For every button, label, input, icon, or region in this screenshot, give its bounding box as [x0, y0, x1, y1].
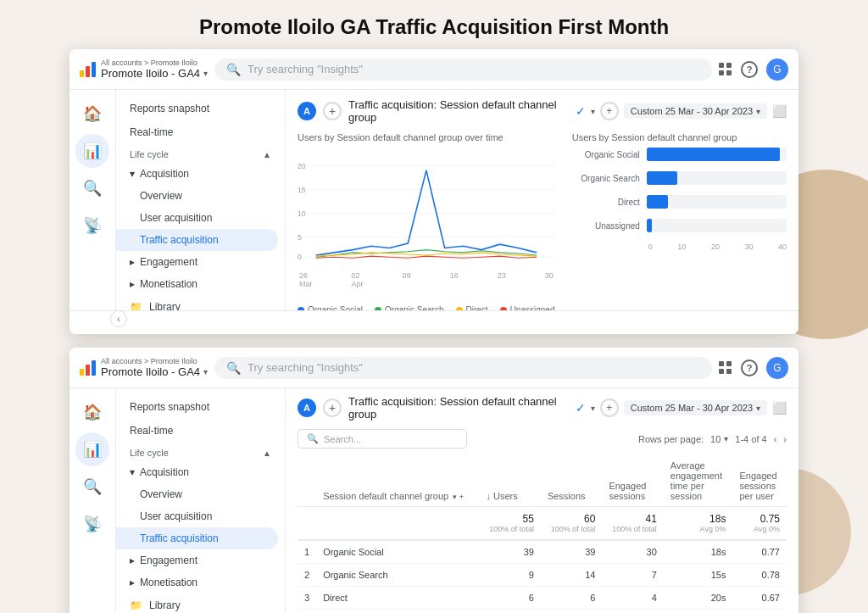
export-icon-bottom[interactable]: ⬜	[772, 401, 787, 415]
title-dropdown-icon[interactable]: ▾	[591, 107, 595, 116]
sidebar-explore-icon[interactable]: 🔍	[75, 171, 109, 205]
row-2-per-user: 0.78	[732, 564, 787, 587]
search-placeholder-bottom: Try searching "Insights"	[248, 361, 363, 374]
col-users[interactable]: ↓ Users	[479, 455, 540, 507]
search-bar-bottom[interactable]: 🔍 Try searching "Insights"	[214, 357, 712, 379]
search-bar-top[interactable]: 🔍 Try searching "Insights"	[214, 59, 712, 81]
nav-library-top[interactable]: 📁 Library	[116, 295, 285, 310]
svg-text:10: 10	[298, 209, 306, 218]
search-icon-bottom: 🔍	[226, 361, 241, 375]
nav-real-time-bottom[interactable]: Real-time	[116, 419, 285, 443]
property-dropdown-icon-bottom[interactable]: ▾	[203, 367, 208, 376]
nav-traffic-acquisition-bottom[interactable]: Traffic acquisition	[116, 527, 278, 549]
help-icon-bottom[interactable]: ?	[741, 359, 758, 376]
nav-overview-bottom[interactable]: Overview	[116, 483, 285, 505]
col-engaged-sessions[interactable]: Engagedsessions	[602, 455, 663, 507]
row-1-num: 1	[298, 540, 316, 564]
nav-acquisition-top[interactable]: ▾ Acquisition	[116, 163, 285, 185]
nav-lifecycle-top[interactable]: Life cycle ▲	[116, 144, 285, 163]
table-search-input[interactable]: 🔍 Search...	[298, 429, 467, 449]
collapse-btn-top[interactable]: ‹	[110, 310, 127, 327]
date-range-bottom[interactable]: Custom 25 Mar - 30 Apr 2023 ▾	[624, 400, 767, 415]
nav-real-time-top[interactable]: Real-time	[116, 120, 285, 144]
x-axis-labels: 26Mar 02Apr 09 16 23 30	[298, 271, 555, 288]
table-row: 2 Organic Search 9 14 7 15s 0.78	[298, 564, 787, 587]
report-plus-bottom[interactable]: +	[323, 398, 342, 417]
monetisation-arrow-b: ▸	[130, 577, 135, 588]
row-1-avg: 18s	[664, 540, 733, 564]
report-add-icon-top[interactable]: +	[600, 102, 619, 120]
row-4-channel: Unassigned	[316, 610, 479, 614]
nav-traffic-acquisition-top[interactable]: Traffic acquisition	[116, 229, 278, 251]
report-add-icon-bottom[interactable]: +	[600, 398, 619, 417]
row-4-per-user: 0.00	[732, 610, 787, 614]
report-title-bottom: Traffic acquisition: Session default cha…	[348, 395, 569, 421]
bar-label-3: Unassigned	[572, 221, 640, 231]
analytics-logo-icon	[80, 62, 96, 77]
nav-monetisation-top[interactable]: ▸ Monetisation	[116, 273, 285, 295]
col-engaged-per-user[interactable]: Engagedsessionsper user	[732, 455, 787, 507]
total-channel	[316, 507, 479, 541]
nav-engagement-bottom[interactable]: ▸ Engagement	[116, 549, 285, 571]
report-header-top: A + Traffic acquisition: Session default…	[298, 98, 787, 124]
apps-icon-top[interactable]	[719, 63, 732, 76]
nav-overview-top[interactable]: Overview	[116, 185, 285, 207]
bar-track-2	[647, 195, 787, 209]
sidebar-advertising-icon-b[interactable]: 📡	[75, 507, 109, 541]
bar-fill-2	[647, 195, 668, 209]
property-dropdown-icon[interactable]: ▾	[203, 69, 208, 78]
nav-user-acquisition-bottom[interactable]: User acquisition	[116, 505, 285, 527]
property-name-top[interactable]: Promote Iloilo - GA4 ▾	[101, 67, 208, 80]
row-3-users: 6	[479, 587, 540, 610]
apps-icon-bottom[interactable]	[719, 361, 732, 375]
row-1-sessions: 39	[541, 540, 602, 564]
col-channel-sort[interactable]: ▾ +	[453, 493, 464, 501]
search-icon-top: 🔍	[226, 63, 241, 76]
logo-text-block-bottom: All accounts > Promote Iloilo Promote Il…	[101, 357, 208, 378]
logo-bottom: All accounts > Promote Iloilo Promote Il…	[80, 357, 208, 378]
analytics-logo-icon-bottom	[80, 360, 96, 376]
nav-engagement-top[interactable]: ▸ Engagement	[116, 251, 285, 273]
nav-panel-top: Reports snapshot Real-time Life cycle ▲ …	[116, 90, 286, 310]
row-4-sessions: 1	[541, 610, 602, 614]
nav-monetisation-bottom[interactable]: ▸ Monetisation	[116, 571, 285, 593]
sidebar-home-icon[interactable]: 🏠	[75, 97, 109, 131]
row-3-num: 3	[298, 587, 316, 610]
search-placeholder-top: Try searching "Insights"	[248, 63, 363, 75]
sidebar-explore-icon-b[interactable]: 🔍	[75, 470, 109, 504]
col-channel[interactable]: Session default channel group ▾ +	[316, 455, 479, 507]
breadcrumb-bottom: All accounts > Promote Iloilo	[101, 357, 208, 365]
pagination-next[interactable]: ›	[783, 434, 787, 444]
rows-dropdown-icon[interactable]: ▾	[724, 434, 728, 443]
sidebar-home-icon-b[interactable]: 🏠	[75, 395, 109, 429]
pagination-range: 1-4 of 4	[735, 434, 766, 444]
nav-user-acquisition-top[interactable]: User acquisition	[116, 207, 285, 229]
nav-reports-snapshot-bottom[interactable]: Reports snapshot	[116, 395, 285, 419]
panel-bottom: All accounts > Promote Iloilo Promote Il…	[70, 348, 798, 613]
col-avg-engagement[interactable]: Averageengagementtime persession	[664, 455, 733, 507]
avatar-bottom[interactable]: G	[766, 357, 788, 379]
pagination-prev[interactable]: ‹	[774, 434, 777, 444]
nav-library-bottom[interactable]: 📁 Library	[116, 593, 285, 613]
report-plus-top[interactable]: +	[323, 102, 342, 120]
engagement-arrow: ▸	[130, 256, 135, 268]
bar-row-3: Unassigned	[572, 219, 787, 232]
bar-label-1: Organic Search	[572, 174, 640, 183]
avatar-top[interactable]: G	[766, 59, 788, 81]
col-sessions[interactable]: Sessions	[541, 455, 602, 507]
nav-reports-snapshot-top[interactable]: Reports snapshot	[116, 97, 285, 120]
export-icon-top[interactable]: ⬜	[772, 104, 787, 118]
rows-per-page-select[interactable]: 10 ▾	[710, 434, 728, 444]
panel-top: All accounts > Promote Iloilo Promote Il…	[70, 49, 798, 334]
nav-acquisition-bottom[interactable]: ▾ Acquisition	[116, 461, 285, 483]
sidebar-reports-icon-b[interactable]: 📊	[75, 432, 109, 466]
sidebar-reports-icon[interactable]: 📊	[75, 134, 109, 168]
help-icon-top[interactable]: ?	[741, 61, 758, 78]
property-name-bottom[interactable]: Promote Iloilo - GA4 ▾	[101, 365, 208, 378]
sidebar-advertising-icon[interactable]: 📡	[75, 209, 109, 242]
title-dropdown-icon-b[interactable]: ▾	[591, 404, 595, 413]
table-pagination: Rows per page: 10 ▾ 1-4 of 4 ‹ ›	[638, 434, 787, 444]
date-range-top[interactable]: Custom 25 Mar - 30 Apr 2023 ▾	[624, 103, 767, 119]
sidebar-icons-top: 🏠 📊 🔍 📡	[70, 90, 116, 310]
nav-lifecycle-bottom[interactable]: Life cycle ▲	[116, 443, 285, 461]
